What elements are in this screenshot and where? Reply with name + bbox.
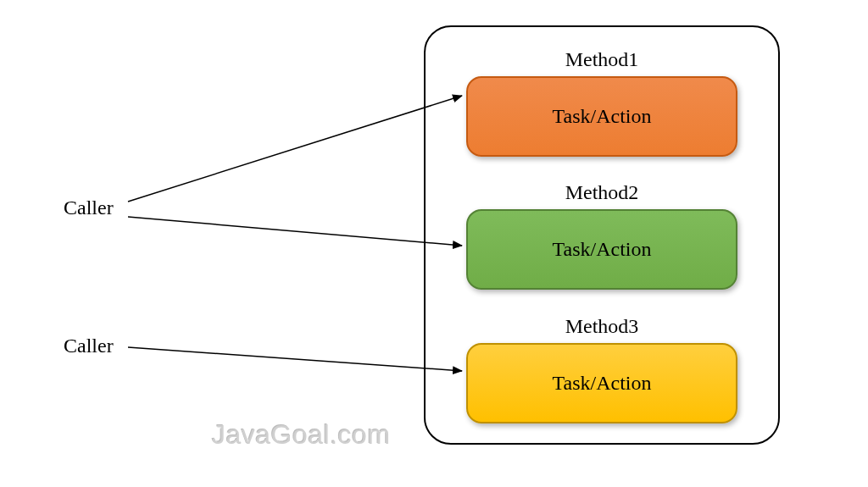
caller-label-1: Caller bbox=[64, 196, 114, 219]
method-label-3: Method3 bbox=[466, 315, 737, 338]
arrow-caller1-method2 bbox=[128, 217, 462, 246]
task-box-3: Task/Action bbox=[466, 343, 737, 423]
diagram-canvas: Caller Caller Method1 Task/Action Method… bbox=[0, 0, 868, 487]
watermark-text: JavaGoal.com bbox=[212, 419, 391, 451]
caller-label-2: Caller bbox=[64, 335, 114, 357]
method-group-1: Method1 Task/Action bbox=[466, 48, 737, 157]
arrow-caller2-method3 bbox=[128, 347, 462, 371]
task-box-1: Task/Action bbox=[466, 76, 737, 157]
arrow-caller1-method1 bbox=[128, 96, 462, 202]
method-label-2: Method2 bbox=[466, 181, 737, 204]
method-group-2: Method2 Task/Action bbox=[466, 181, 737, 290]
task-label-3: Task/Action bbox=[553, 372, 652, 395]
task-label-2: Task/Action bbox=[553, 238, 652, 261]
task-box-2: Task/Action bbox=[466, 209, 737, 290]
task-label-1: Task/Action bbox=[553, 105, 652, 128]
method-group-3: Method3 Task/Action bbox=[466, 315, 737, 423]
method-label-1: Method1 bbox=[466, 48, 737, 71]
methods-container: Method1 Task/Action Method2 Task/Action … bbox=[424, 25, 780, 445]
